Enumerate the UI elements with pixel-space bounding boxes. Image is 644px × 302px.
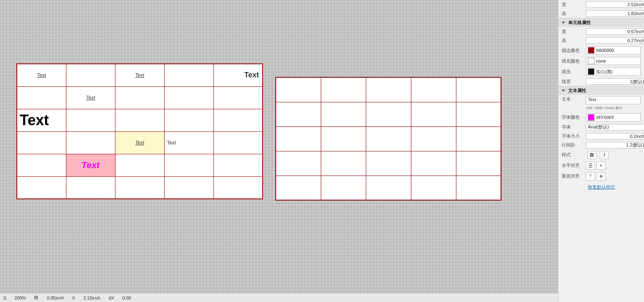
table-cell[interactable] (164, 154, 213, 176)
table-cell[interactable] (456, 77, 501, 102)
height-input[interactable] (586, 10, 644, 17)
font-size-input[interactable] (586, 133, 644, 140)
cell-height-input[interactable] (586, 37, 644, 44)
height-row: 高 (558, 9, 644, 18)
height-label: 高 (562, 11, 584, 17)
restore-default-button[interactable]: 恢复默认样式 (588, 184, 615, 190)
table-cell[interactable] (164, 64, 213, 86)
table-cell[interactable] (17, 86, 66, 109)
border-color-row: 描边颜色 #A00000 (558, 45, 644, 56)
table-cell[interactable] (456, 126, 501, 151)
valign-top-button[interactable]: ⊤ (586, 172, 595, 180)
style-row: 样式 B I (558, 150, 644, 160)
table-cell[interactable]: Text (164, 131, 213, 154)
width-input[interactable] (586, 1, 644, 8)
table-cell[interactable] (321, 102, 366, 126)
font-input[interactable] (586, 124, 644, 131)
table-cell[interactable] (115, 176, 164, 199)
table-cell[interactable]: Text (17, 109, 66, 131)
v-align-label: 垂直对齐 (562, 173, 584, 179)
cell-section-title: 单元格属性 (568, 20, 591, 26)
table-cell[interactable] (321, 77, 366, 102)
table-cell[interactable] (321, 151, 366, 176)
fill-value: 实心(黑) (596, 69, 612, 75)
table-cell[interactable] (17, 154, 66, 176)
bold-button[interactable]: B (587, 151, 596, 159)
text-collapse-arrow (562, 90, 565, 92)
dx-label: dX (109, 295, 114, 300)
table-cell[interactable] (456, 176, 501, 200)
text-section-header[interactable]: 文本属性 (558, 86, 644, 95)
fill-color-swatch[interactable]: none (586, 57, 641, 65)
valign-center-button[interactable]: ⊕ (596, 172, 605, 180)
table-cell[interactable] (115, 109, 164, 131)
grid-value: 0.05inch (47, 295, 64, 300)
table-cell[interactable] (411, 77, 456, 102)
table-row (17, 176, 263, 199)
table-cell[interactable] (66, 109, 115, 131)
table-cell[interactable] (321, 126, 366, 151)
table-cell[interactable] (411, 151, 456, 176)
align-right-button[interactable]: ≡ (596, 162, 605, 170)
font-color-label: 字体颜色 (562, 114, 584, 120)
canvas-area[interactable]: Text Text Text Text Text Text Text (0, 0, 558, 302)
table-cell[interactable] (17, 176, 66, 199)
fill-color-value: none (596, 59, 606, 63)
table-cell[interactable] (66, 131, 115, 154)
table-cell[interactable] (276, 77, 321, 102)
table-left: Text Text Text Text Text Text Text (16, 63, 263, 199)
table-cell[interactable] (66, 176, 115, 199)
table-cell[interactable] (115, 86, 164, 109)
table-cell[interactable] (276, 102, 321, 126)
fill-color-label: 填充颜色 (562, 58, 584, 64)
table-cell[interactable]: Text (66, 86, 115, 109)
table-cell[interactable] (66, 64, 115, 86)
font-color-swatch[interactable]: #FF00FF (586, 113, 641, 122)
table-cell[interactable] (164, 109, 213, 131)
table-cell[interactable] (366, 126, 411, 151)
table-cell[interactable] (115, 154, 164, 176)
table-cell[interactable] (213, 86, 263, 109)
border-color-swatch[interactable]: #A00000 (586, 46, 641, 54)
table-cell[interactable] (276, 151, 321, 176)
table-cell[interactable] (366, 176, 411, 200)
table-cell[interactable] (411, 126, 456, 151)
table-cell[interactable] (411, 102, 456, 126)
table-cell[interactable] (164, 86, 213, 109)
table-cell[interactable] (456, 102, 501, 126)
line-spacing-label: 行间距 (562, 142, 584, 148)
table-cell[interactable] (213, 176, 263, 199)
table-cell[interactable] (366, 151, 411, 176)
x-value: 2.15inch (83, 295, 100, 300)
table-cell[interactable]: Text (17, 64, 66, 86)
fill-value-swatch[interactable]: 实心(黑) (586, 68, 641, 76)
table-cell[interactable] (276, 126, 321, 151)
table-cell[interactable]: Text (115, 131, 164, 154)
table-cell[interactable]: Text (66, 154, 115, 176)
scale-value: 200% (14, 295, 26, 300)
table-cell[interactable]: Text (115, 64, 164, 86)
table-cell[interactable] (213, 131, 263, 154)
font-color-value: #FF00FF (596, 115, 615, 120)
align-left-button[interactable]: ☰ (586, 162, 595, 170)
table-cell[interactable] (276, 176, 321, 200)
italic-button[interactable]: I (600, 151, 609, 159)
table-row (276, 151, 501, 176)
table-cell[interactable] (366, 102, 411, 126)
cell-section-header[interactable]: 单元格属性 (558, 18, 644, 27)
table-cell[interactable] (321, 176, 366, 200)
table-cell[interactable] (456, 151, 501, 176)
table-cell[interactable] (366, 77, 411, 102)
table-cell[interactable] (17, 131, 66, 154)
table-cell[interactable]: Text (213, 64, 263, 86)
table-cell[interactable] (164, 176, 213, 199)
table-cell[interactable] (411, 176, 456, 200)
cell-width-label: 宽 (562, 29, 584, 35)
table-cell[interactable] (213, 109, 263, 131)
text-section-title: 文本属性 (568, 88, 586, 94)
table-right (275, 77, 501, 201)
table-cell[interactable] (213, 154, 263, 176)
cell-width-input[interactable] (586, 28, 644, 35)
line-width-input[interactable] (586, 78, 644, 85)
line-spacing-input[interactable] (586, 142, 644, 149)
